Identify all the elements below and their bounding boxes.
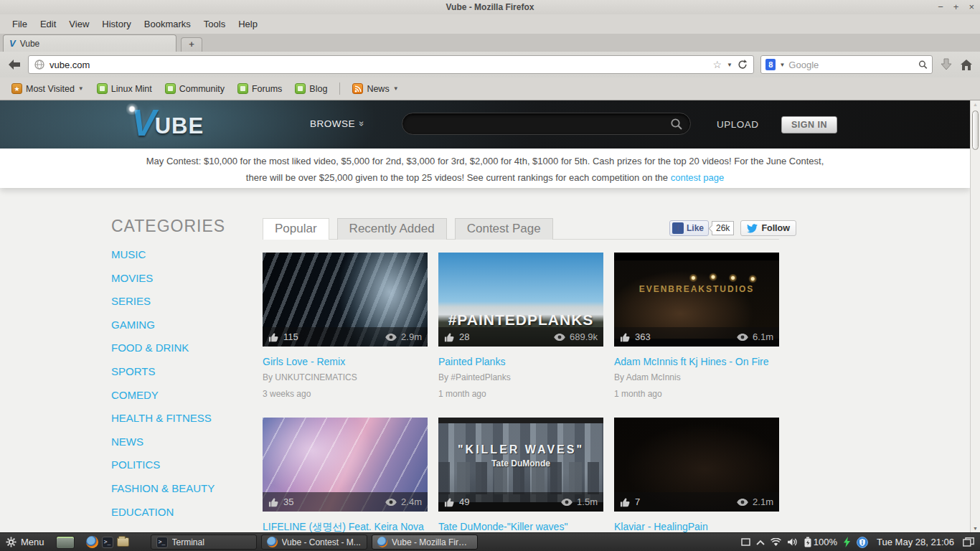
vube-site-header: V UBE BROWSE » UPLOAD SIGN IN <box>0 100 970 149</box>
browser-search-input[interactable] <box>788 60 915 70</box>
category-music[interactable]: MUSIC <box>111 248 146 260</box>
video-title-link[interactable]: Adam McInnis ft Kj Hines - On Fire <box>614 356 779 367</box>
menu-button[interactable]: Menu <box>0 533 52 551</box>
menu-tools[interactable]: Tools <box>197 16 232 32</box>
video-thumbnail[interactable]: 35 2.4m <box>263 418 428 512</box>
facebook-like-button[interactable]: f Like <box>669 220 709 236</box>
tab-contest-page[interactable]: Contest Page <box>455 218 553 240</box>
chevron-up-icon[interactable] <box>756 540 765 545</box>
scrollbar[interactable]: ▲ ▼ <box>970 100 980 532</box>
category-health-fitness[interactable]: HEALTH & FITNESS <box>111 412 212 424</box>
firefox-launcher-icon[interactable] <box>86 536 98 548</box>
close-button[interactable]: × <box>969 0 974 14</box>
sign-in-button[interactable]: SIGN IN <box>781 116 837 133</box>
site-search-bar[interactable] <box>402 113 691 135</box>
video-thumbnail[interactable]: 115 2.9m <box>263 253 428 347</box>
video-age: 1 month ago <box>614 389 779 399</box>
category-fashion-beauty[interactable]: FASHION & BEAUTY <box>111 482 215 494</box>
bookmark-linux-mint[interactable]: Linux Mint <box>91 81 158 96</box>
category-item: EDUCATION <box>111 506 215 529</box>
category-series[interactable]: SERIES <box>111 295 151 307</box>
video-title-link[interactable]: Painted Planks <box>438 356 603 367</box>
like-count: 28 <box>459 331 469 342</box>
home-button[interactable] <box>960 59 973 71</box>
category-sports[interactable]: SPORTS <box>111 365 155 377</box>
bookmark-label: Community <box>179 84 225 94</box>
tab-popular[interactable]: Popular <box>263 218 329 240</box>
volume-icon[interactable] <box>787 537 798 547</box>
video-title-link[interactable]: Girls Love - Remix <box>263 356 428 367</box>
contest-page-link[interactable]: contest page <box>671 172 724 183</box>
show-desktop-button[interactable] <box>56 536 75 549</box>
view-count: 2.1m <box>753 496 773 507</box>
menu-file[interactable]: File <box>6 16 34 32</box>
bookmark-forums[interactable]: Forums <box>232 81 288 96</box>
new-tab-button[interactable]: + <box>181 37 202 52</box>
video-age: 3 weeks ago <box>263 389 428 399</box>
battery-indicator[interactable]: 100% <box>804 537 837 547</box>
browser-tab-vube[interactable]: V Vube <box>3 34 176 52</box>
taskbar-window-terminal[interactable]: >_ Terminal <box>151 534 257 550</box>
url-bar[interactable]: vube.com ☆ ▼ <box>28 55 754 74</box>
maximize-button[interactable]: + <box>953 0 959 14</box>
window-tray-icon[interactable] <box>741 538 750 546</box>
video-title-link[interactable]: LIFELINE (생명선) Feat. Keira Nova <box>263 521 428 532</box>
bookmark-community[interactable]: Community <box>159 81 230 96</box>
back-button[interactable] <box>7 59 22 70</box>
downloads-button[interactable] <box>939 57 953 72</box>
bookmark-news[interactable]: News ▼ <box>347 81 404 96</box>
video-thumbnail[interactable]: 7 2.1m <box>614 418 779 512</box>
category-gaming[interactable]: GAMING <box>111 319 155 331</box>
scrollbar-up-arrow[interactable]: ▲ <box>973 102 978 107</box>
menu-bookmarks[interactable]: Bookmarks <box>138 16 197 32</box>
browser-search-bar[interactable]: 8 ▼ <box>760 55 933 74</box>
taskbar-window-vube-active[interactable]: Vube - Mozilla Firefox <box>372 534 478 550</box>
video-thumbnail[interactable]: #PAINTEDPLANKS 28 689.9k <box>438 253 603 347</box>
menu-edit[interactable]: Edit <box>34 16 62 32</box>
window-label: Vube - Contest - M... <box>282 537 361 547</box>
minimize-button[interactable]: − <box>938 0 943 14</box>
site-search-button[interactable] <box>663 113 690 134</box>
menu-help[interactable]: Help <box>232 16 264 32</box>
url-dropdown-icon[interactable]: ▼ <box>727 62 732 68</box>
category-education[interactable]: EDUCATION <box>111 506 174 518</box>
category-news[interactable]: NEWS <box>111 435 143 448</box>
clock[interactable]: Tue May 28, 21:06 <box>877 537 954 547</box>
thumbs-up-icon <box>444 497 455 507</box>
menu-view[interactable]: View <box>62 16 95 32</box>
search-engine-dropdown-icon[interactable]: ▼ <box>779 62 785 68</box>
taskbar-window-vube-contest[interactable]: Vube - Contest - M... <box>261 534 367 550</box>
video-title-link[interactable]: Tate DuMonde-"Killer waves" <box>438 521 603 532</box>
site-search-input[interactable] <box>402 118 663 129</box>
browse-menu[interactable]: BROWSE » <box>310 118 365 129</box>
scrollbar-thumb[interactable] <box>972 110 979 150</box>
shield-update-icon[interactable] <box>857 537 868 548</box>
bookmark-star-icon[interactable]: ☆ <box>713 59 722 70</box>
terminal-launcher-icon[interactable]: >_ <box>102 537 113 548</box>
bookmark-blog[interactable]: Blog <box>289 81 333 96</box>
upload-button[interactable]: UPLOAD <box>717 119 759 130</box>
workspace-switcher-icon[interactable] <box>963 537 974 547</box>
category-politics[interactable]: POLITICS <box>111 458 160 471</box>
tab-label: Vube <box>20 39 40 49</box>
video-thumbnail[interactable]: EVENBREAKSTUDIOS 363 6.1m <box>614 253 779 347</box>
tab-recently-added[interactable]: Recently Added <box>337 218 447 240</box>
google-icon: 8 <box>765 59 776 70</box>
bookmark-most-visited[interactable]: ★ Most Visited ▼ <box>6 81 90 96</box>
video-title-link[interactable]: Klaviar - HealingPain <box>614 521 779 532</box>
video-thumbnail[interactable]: "KILLER WAVES" Tate DuMonde 49 1.5m <box>438 418 603 512</box>
category-food-drink[interactable]: FOOD & DRINK <box>111 342 189 354</box>
most-visited-icon: ★ <box>11 83 22 94</box>
category-comedy[interactable]: COMEDY <box>111 389 159 401</box>
reload-icon[interactable] <box>738 60 748 70</box>
twitter-follow-button[interactable]: Follow <box>740 220 796 236</box>
files-launcher-icon[interactable] <box>117 537 129 547</box>
search-icon[interactable] <box>918 60 928 70</box>
category-movies[interactable]: MOVIES <box>111 272 153 284</box>
vube-logo[interactable]: V UBE <box>131 106 204 141</box>
wifi-icon[interactable] <box>771 538 781 547</box>
menu-history[interactable]: History <box>95 16 137 32</box>
scrollbar-down-arrow[interactable]: ▼ <box>973 526 978 531</box>
browser-viewport: V UBE BROWSE » UPLOAD SIGN IN Ma <box>0 100 980 532</box>
thumbs-up-icon <box>620 497 631 507</box>
